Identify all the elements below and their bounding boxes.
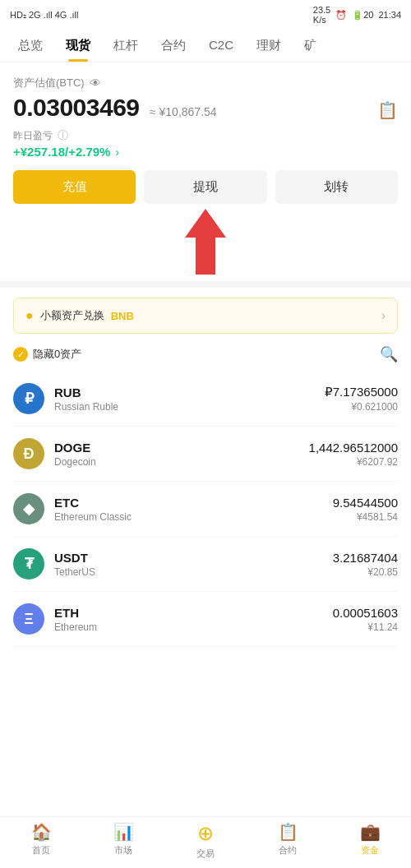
tab-c2c[interactable]: C2C: [197, 30, 245, 62]
asset-section: 资产估值(BTC) 👁 0.03003469 ≈ ¥10,867.54 📋 昨日…: [13, 76, 398, 159]
usdt-icon: ₮: [13, 548, 44, 579]
nav-trade[interactable]: ⊕ 交易: [164, 822, 247, 860]
nav-trade-label: 交易: [196, 847, 215, 860]
etc-icon: ◆: [13, 493, 44, 524]
doge-symbol: DOGE: [54, 441, 309, 455]
home-icon: 🏠: [31, 822, 52, 842]
assets-icon: 💼: [360, 822, 381, 842]
tab-finance[interactable]: 理财: [245, 30, 293, 62]
battery-icon: 🔋20: [352, 10, 373, 21]
section-divider: [0, 281, 411, 288]
tab-spot[interactable]: 现货: [54, 30, 102, 62]
usdt-info: USDT TetherUS: [54, 551, 333, 578]
eth-name: Ethereum: [54, 621, 333, 633]
doge-qty: 1,442.96512000: [309, 441, 398, 455]
eth-qty: 0.00051603: [333, 606, 398, 620]
asset-btc-value: 0.03003469: [13, 94, 140, 121]
etc-qty: 9.54544500: [333, 496, 398, 510]
rub-icon: ₽: [13, 383, 44, 414]
etc-name: Ethereum Classic: [54, 511, 333, 523]
nav-assets-label: 资金: [361, 844, 379, 856]
rub-cny: ¥0.621000: [325, 401, 398, 413]
nav-home-label: 首页: [32, 844, 50, 856]
banner-arrow-icon: ›: [381, 308, 386, 323]
coin-row-rub[interactable]: ₽ RUB Russian Ruble ₽7.17365000 ¥0.62100…: [13, 372, 398, 427]
check-circle-icon[interactable]: ✓: [13, 347, 28, 362]
etc-amount: 9.54544500 ¥4581.54: [333, 496, 398, 523]
nav-market[interactable]: 📊 市场: [82, 822, 164, 860]
nav-home[interactable]: 🏠 首页: [0, 822, 82, 860]
eth-info: ETH Ethereum: [54, 606, 333, 633]
doge-amount: 1,442.96512000 ¥6207.92: [309, 441, 398, 468]
red-arrow-icon: [181, 209, 230, 275]
nav-market-label: 市场: [114, 844, 132, 856]
asset-value-container: 0.03003469 ≈ ¥10,867.54: [13, 94, 217, 122]
pnl-row: 昨日盈亏 ⓘ: [13, 128, 398, 143]
coin-list: ₽ RUB Russian Ruble ₽7.17365000 ¥0.62100…: [13, 372, 398, 647]
bnb-icon: ●: [25, 308, 34, 323]
transfer-button[interactable]: 划转: [275, 170, 398, 204]
doge-name: Dogecoin: [54, 456, 309, 468]
coin-row-doge[interactable]: Ð DOGE Dogecoin 1,442.96512000 ¥6207.92: [13, 427, 398, 482]
pnl-label: 昨日盈亏: [13, 129, 53, 143]
eye-icon[interactable]: 👁: [90, 76, 101, 90]
info-icon[interactable]: ⓘ: [58, 128, 68, 143]
lower-section: ● 小额资产兑换 BNB › ✓ 隐藏0资产 🔍 ₽ RUB Russian R…: [0, 288, 411, 713]
eth-amount: 0.00051603 ¥11.24: [333, 606, 398, 633]
rub-amount: ₽7.17365000 ¥0.621000: [325, 385, 398, 413]
pnl-arrow-icon: ›: [115, 145, 119, 159]
futures-icon: 📋: [278, 822, 298, 842]
nav-futures[interactable]: 📋 合约: [247, 822, 329, 860]
tab-futures[interactable]: 合约: [150, 30, 197, 62]
asset-label: 资产估值(BTC) 👁: [13, 76, 398, 90]
etc-symbol: ETC: [54, 496, 333, 510]
usdt-symbol: USDT: [54, 551, 333, 565]
bnb-label: BNB: [111, 310, 134, 322]
pnl-value: +¥257.18/+2.79%: [13, 145, 110, 159]
nav-tabs: 总览 现货 杠杆 合约 C2C 理财 矿: [0, 30, 411, 62]
deposit-button[interactable]: 充值: [13, 170, 136, 204]
action-buttons: 充值 提现 划转: [13, 170, 398, 204]
market-icon: 📊: [113, 822, 134, 842]
status-bar: HD₂ 2G .ıll 4G .ıll 23.5K/s ⏰ 🔋20 21:34: [0, 0, 411, 30]
tab-margin[interactable]: 杠杆: [102, 30, 150, 62]
etc-info: ETC Ethereum Classic: [54, 496, 333, 523]
eth-symbol: ETH: [54, 606, 333, 620]
trade-icon: ⊕: [197, 822, 214, 845]
eth-cny: ¥11.24: [333, 621, 398, 633]
doge-cny: ¥6207.92: [309, 456, 398, 468]
network-icons: HD₂ 2G .ıll 4G .ıll: [10, 10, 78, 21]
small-assets-banner[interactable]: ● 小额资产兑换 BNB ›: [13, 298, 398, 334]
nav-futures-label: 合约: [279, 844, 297, 856]
doge-icon: Ð: [13, 438, 44, 469]
eth-icon: Ξ: [13, 603, 44, 635]
rub-info: RUB Russian Ruble: [54, 386, 325, 413]
coin-row-eth[interactable]: Ξ ETH Ethereum 0.00051603 ¥11.24: [13, 592, 398, 647]
alarm-icon: ⏰: [335, 10, 347, 21]
hide-assets-row: ✓ 隐藏0资产 🔍: [13, 345, 398, 363]
coin-row-usdt[interactable]: ₮ USDT TetherUS 3.21687404 ¥20.85: [13, 537, 398, 592]
usdt-cny: ¥20.85: [333, 566, 398, 578]
bottom-nav: 🏠 首页 📊 市场 ⊕ 交易 📋 合约 💼 资金: [0, 816, 411, 868]
coin-row-etc[interactable]: ◆ ETC Ethereum Classic 9.54544500 ¥4581.…: [13, 482, 398, 537]
tab-overview[interactable]: 总览: [7, 30, 54, 62]
tab-mining[interactable]: 矿: [293, 30, 328, 62]
etc-cny: ¥4581.54: [333, 511, 398, 523]
usdt-amount: 3.21687404 ¥20.85: [333, 551, 398, 578]
rub-qty: ₽7.17365000: [325, 385, 398, 399]
status-right: 23.5K/s ⏰ 🔋20 21:34: [313, 5, 401, 25]
rub-symbol: RUB: [54, 386, 325, 399]
asset-cny-value: ≈ ¥10,867.54: [150, 105, 217, 118]
hide-assets-label: 隐藏0资产: [33, 347, 81, 362]
status-left: HD₂ 2G .ıll 4G .ıll: [10, 10, 78, 21]
usdt-name: TetherUS: [54, 566, 333, 578]
search-icon[interactable]: 🔍: [380, 345, 398, 363]
usdt-qty: 3.21687404: [333, 551, 398, 565]
arrow-overlay: [13, 209, 398, 275]
hide-left: ✓ 隐藏0资产: [13, 347, 81, 362]
nav-assets[interactable]: 💼 资金: [329, 822, 411, 860]
report-icon[interactable]: 📋: [377, 100, 398, 120]
withdraw-button[interactable]: 提现: [144, 170, 266, 204]
time-display: 21:34: [378, 10, 401, 20]
speed-indicator: 23.5K/s: [313, 5, 330, 25]
